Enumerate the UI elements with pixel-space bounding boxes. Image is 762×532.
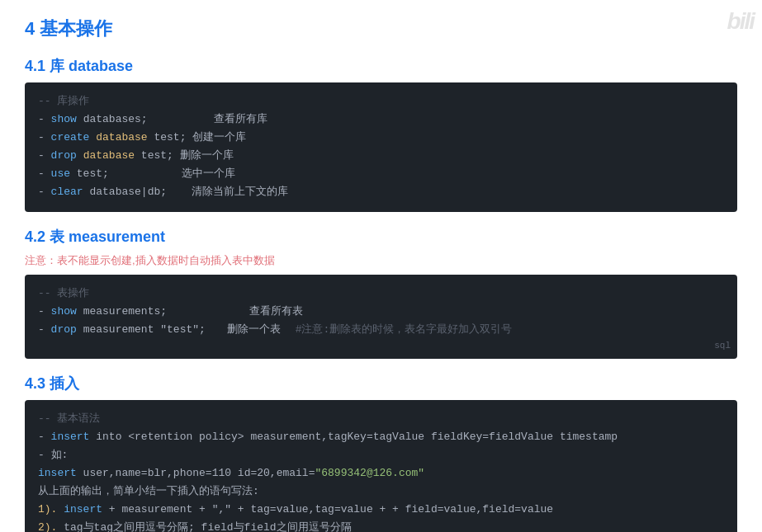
code-line-1: - show databases;查看所有库 [38, 113, 267, 125]
code-line-3: - drop database test; 删除一个库 [38, 149, 234, 162]
code-label-sql: sql [714, 338, 731, 354]
code-block-42: -- 表操作 - show measurements;查看所有表 - drop … [25, 275, 737, 359]
code-line-2: - create database test; 创建一个库 [38, 131, 246, 144]
code-comment-43: -- 基本语法 [38, 412, 100, 425]
code-43-line-6: 2). tag与tag之间用逗号分隔; field与field之间用逗号分隔 [38, 521, 352, 532]
code-block-43: -- 基本语法 - insert into <retention policy>… [25, 400, 737, 532]
code-comment-41: -- 库操作 [38, 95, 89, 107]
code-line-42-1: - show measurements;查看所有表 [38, 305, 303, 318]
code-block-41: -- 库操作 - show databases;查看所有库 - create d… [25, 82, 737, 212]
code-43-line-3: insert user,name=blr,phone=110 id=20,ema… [38, 467, 424, 479]
section-41-title: 4.1 库 database [25, 56, 737, 76]
code-comment-42: -- 表操作 [38, 287, 89, 299]
code-43-line-5: 1). insert + measurement + "," + tag=val… [38, 503, 553, 516]
code-line-5: - clear database|db;清除当前上下文的库 [38, 186, 288, 198]
code-line-4: - use test;选中一个库 [38, 167, 235, 180]
bili-watermark: bili [727, 8, 754, 35]
code-line-42-2: - drop measurement "test"; 删除一个表#注意:删除表的… [38, 323, 512, 336]
section-4-title: 4 基本操作 [25, 16, 737, 41]
section-43-title: 4.3 插入 [25, 374, 737, 393]
code-43-line-1: - insert into <retention policy> measure… [38, 431, 618, 443]
code-43-line-4: 从上面的输出，简单小结一下插入的语句写法: [38, 485, 259, 497]
section-42-title: 4.2 表 measurement [25, 227, 737, 247]
code-43-line-2: - 如: [38, 449, 68, 461]
section-42-note: 注意：表不能显示创建,插入数据时自动插入表中数据 [25, 253, 737, 268]
